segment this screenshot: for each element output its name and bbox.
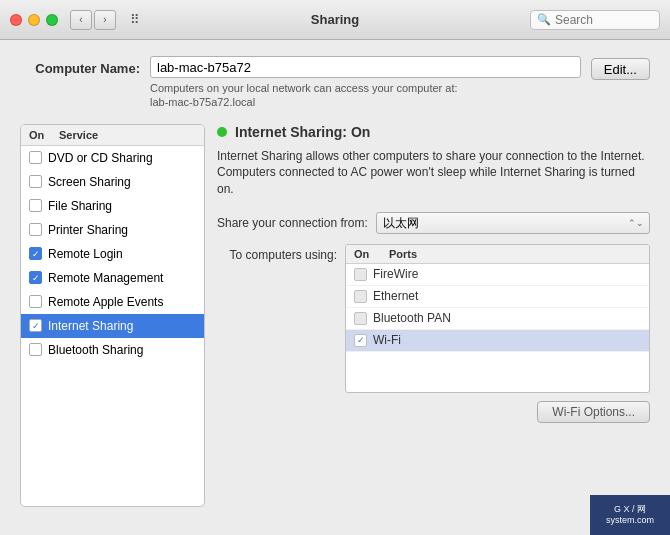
port-checkbox[interactable] <box>354 290 367 303</box>
list-item-selected[interactable]: ✓ Internet Sharing <box>21 314 204 338</box>
service-name: File Sharing <box>48 199 112 213</box>
port-name: Ethernet <box>373 289 418 303</box>
computer-name-input[interactable] <box>150 56 581 78</box>
minimize-button[interactable] <box>28 14 40 26</box>
content-area: Computer Name: Computers on your local n… <box>0 40 670 535</box>
traffic-lights <box>10 14 58 26</box>
service-checkbox[interactable] <box>29 295 42 308</box>
computer-name-row: Computer Name: Computers on your local n… <box>20 56 650 110</box>
service-header-label: Service <box>59 129 196 141</box>
search-box[interactable]: 🔍 <box>530 10 660 30</box>
maximize-button[interactable] <box>46 14 58 26</box>
titlebar: ‹ › ⠿ Sharing 🔍 <box>0 0 670 40</box>
share-from-select[interactable]: 以太网 Wi-Fi <box>376 212 650 234</box>
window-title: Sharing <box>311 12 359 27</box>
to-computers-row: To computers using: On Ports FireWire <box>217 244 650 423</box>
share-from-label: Share your connection from: <box>217 216 368 230</box>
service-name: Printer Sharing <box>48 223 128 237</box>
detail-panel: Internet Sharing: On Internet Sharing al… <box>217 124 650 507</box>
service-name: Remote Management <box>48 271 163 285</box>
list-item[interactable]: Screen Sharing <box>21 170 204 194</box>
port-name: FireWire <box>373 267 418 281</box>
status-indicator <box>217 127 227 137</box>
service-checkbox[interactable] <box>29 199 42 212</box>
port-checkbox-checked[interactable]: ✓ <box>354 334 367 347</box>
status-title: Internet Sharing: On <box>235 124 370 140</box>
wifi-options-button[interactable]: Wi-Fi Options... <box>537 401 650 423</box>
ports-header-on: On <box>354 248 389 260</box>
search-input[interactable] <box>555 13 653 27</box>
service-checkbox[interactable] <box>29 343 42 356</box>
port-name: Bluetooth PAN <box>373 311 451 325</box>
table-row-selected[interactable]: ✓ Wi-Fi <box>346 330 649 352</box>
service-name: Bluetooth Sharing <box>48 343 143 357</box>
port-checkbox[interactable] <box>354 268 367 281</box>
service-checkbox-checked-white[interactable]: ✓ <box>29 319 42 332</box>
service-header-on: On <box>29 129 59 141</box>
table-row[interactable]: Ethernet <box>346 286 649 308</box>
search-icon: 🔍 <box>537 13 551 26</box>
share-from-row: Share your connection from: 以太网 Wi-Fi ⌃⌄ <box>217 212 650 234</box>
service-name: Internet Sharing <box>48 319 133 333</box>
port-checkbox[interactable] <box>354 312 367 325</box>
service-name: Remote Login <box>48 247 123 261</box>
computer-name-label: Computer Name: <box>20 56 140 76</box>
computer-name-field-area: Computers on your local network can acce… <box>150 56 581 110</box>
ports-header-name: Ports <box>389 248 641 260</box>
service-list: DVD or CD Sharing Screen Sharing File Sh… <box>21 146 204 506</box>
main-area: On Service DVD or CD Sharing Screen Shar… <box>20 124 650 507</box>
ports-table-header: On Ports <box>346 245 649 264</box>
list-item[interactable]: Remote Apple Events <box>21 290 204 314</box>
list-item[interactable]: Printer Sharing <box>21 218 204 242</box>
nav-buttons: ‹ › <box>70 10 116 30</box>
ports-area: On Ports FireWire Ethernet <box>345 244 650 423</box>
service-checkbox[interactable] <box>29 151 42 164</box>
service-name: Remote Apple Events <box>48 295 163 309</box>
list-item[interactable]: ✓ Remote Login <box>21 242 204 266</box>
list-item[interactable]: ✓ Remote Management <box>21 266 204 290</box>
list-item[interactable]: Bluetooth Sharing <box>21 338 204 362</box>
ports-table: On Ports FireWire Ethernet <box>345 244 650 393</box>
table-row[interactable]: Bluetooth PAN <box>346 308 649 330</box>
list-item[interactable]: File Sharing <box>21 194 204 218</box>
service-panel: On Service DVD or CD Sharing Screen Shar… <box>20 124 205 507</box>
to-computers-label: To computers using: <box>217 244 337 262</box>
service-name: DVD or CD Sharing <box>48 151 153 165</box>
grid-button[interactable]: ⠿ <box>124 9 146 31</box>
table-row[interactable]: FireWire <box>346 264 649 286</box>
forward-button[interactable]: › <box>94 10 116 30</box>
service-checkbox-checked[interactable]: ✓ <box>29 271 42 284</box>
service-checkbox-checked[interactable]: ✓ <box>29 247 42 260</box>
watermark-text: G X / 网 system.com <box>606 504 654 526</box>
service-header: On Service <box>21 125 204 146</box>
service-checkbox[interactable] <box>29 223 42 236</box>
watermark: G X / 网 system.com <box>590 495 670 535</box>
computer-name-hint: Computers on your local network can acce… <box>150 81 581 110</box>
ports-empty-space <box>346 352 649 392</box>
edit-button[interactable]: Edit... <box>591 58 650 80</box>
port-name: Wi-Fi <box>373 333 401 347</box>
wifi-options-row: Wi-Fi Options... <box>345 401 650 423</box>
back-button[interactable]: ‹ <box>70 10 92 30</box>
share-from-select-wrapper[interactable]: 以太网 Wi-Fi ⌃⌄ <box>376 212 650 234</box>
status-description: Internet Sharing allows other computers … <box>217 148 650 198</box>
service-checkbox[interactable] <box>29 175 42 188</box>
service-name: Screen Sharing <box>48 175 131 189</box>
status-row: Internet Sharing: On <box>217 124 650 140</box>
list-item[interactable]: DVD or CD Sharing <box>21 146 204 170</box>
close-button[interactable] <box>10 14 22 26</box>
